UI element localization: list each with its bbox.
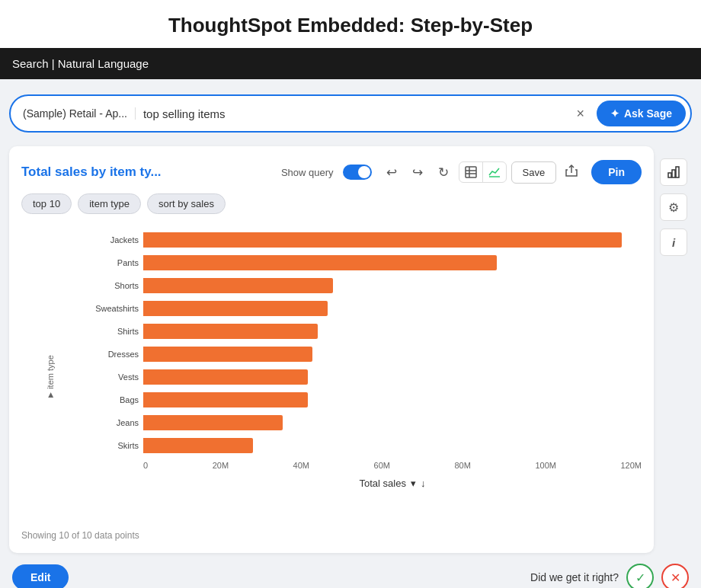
clear-button[interactable]: ×: [571, 107, 589, 120]
show-query-label: Show query: [281, 167, 334, 178]
svg-rect-8: [676, 167, 679, 177]
gear-icon: ⚙: [668, 200, 679, 215]
bottom-bar: Edit Did we get it right? ✓ ✕: [9, 564, 692, 588]
page-title: ThoughtSpot Embedded: Step-by-Step: [0, 0, 701, 48]
list-item: [143, 369, 308, 385]
pin-button[interactable]: Pin: [591, 160, 642, 184]
feedback-yes-button[interactable]: ✓: [626, 564, 654, 588]
search-bar-container: (Sample) Retail - Ap... × ✦ Ask Sage: [9, 94, 692, 133]
analytics-button[interactable]: [660, 158, 687, 186]
bar-wrapper: [143, 324, 642, 339]
ask-sage-label: Ask Sage: [624, 107, 672, 120]
list-item: [143, 347, 312, 362]
feedback-label: Did we get it right?: [530, 571, 619, 583]
svg-rect-0: [466, 167, 476, 177]
table-row: Vests: [143, 368, 642, 386]
bar-label: Jackets: [78, 235, 139, 244]
y-axis-label: ▶ item type: [46, 355, 55, 398]
x-tick: 0: [143, 461, 148, 470]
chip-sort[interactable]: sort by sales: [147, 193, 226, 214]
settings-button[interactable]: ⚙: [660, 193, 687, 221]
bar-label: Skirts: [78, 441, 139, 450]
bar-label: Shirts: [78, 327, 139, 336]
x-tick: 20M: [213, 461, 229, 470]
list-item: [143, 438, 253, 453]
table-row: Pants: [143, 254, 642, 272]
check-icon: ✓: [635, 570, 645, 585]
nav-bar: Search | Natural Language: [0, 48, 701, 79]
bar-wrapper: [143, 232, 642, 248]
nav-label: Search | Natural Language: [12, 57, 149, 70]
chart-view-button[interactable]: [483, 162, 506, 182]
x-axis: 020M40M60M80M100M120M: [143, 461, 642, 470]
bar-wrapper: [143, 369, 642, 385]
list-item: [143, 232, 622, 248]
bar-wrapper: [143, 415, 642, 430]
info-icon: i: [672, 236, 675, 249]
bar-wrapper: [143, 255, 642, 270]
list-item: [143, 392, 308, 407]
feedback-no-button[interactable]: ✕: [661, 564, 689, 588]
chart-panel: Total sales by item ty... Show query ↩ ↪…: [9, 146, 654, 553]
reset-button[interactable]: ↻: [433, 161, 454, 184]
list-item: [143, 301, 328, 316]
svg-rect-6: [668, 173, 671, 177]
edit-button[interactable]: Edit: [12, 564, 69, 588]
feedback-area: Did we get it right? ✓ ✕: [530, 564, 689, 588]
table-row: Skirts: [143, 436, 642, 455]
ask-sage-button[interactable]: ✦ Ask Sage: [597, 101, 686, 126]
chip-item-type[interactable]: item type: [78, 193, 141, 214]
view-toggle-group: [459, 161, 507, 183]
chip-top10[interactable]: top 10: [21, 193, 72, 214]
query-chips: top 10 item type sort by sales: [21, 193, 642, 214]
bar-label: Pants: [78, 258, 139, 267]
table-row: Shorts: [143, 276, 642, 295]
chart-title: Total sales by item ty...: [21, 165, 272, 180]
bar-wrapper: [143, 278, 642, 293]
datasource-label[interactable]: (Sample) Retail - Ap...: [23, 107, 136, 120]
x-tick: 60M: [374, 461, 390, 470]
table-row: Jackets: [143, 231, 642, 249]
bar-wrapper: [143, 438, 642, 453]
search-input[interactable]: [143, 107, 565, 120]
cross-icon: ✕: [671, 570, 680, 585]
bar-wrapper: [143, 392, 642, 407]
list-item: [143, 415, 283, 430]
x-tick: 80M: [454, 461, 470, 470]
list-item: [143, 324, 318, 339]
bar-label: Bags: [78, 395, 139, 404]
save-button[interactable]: Save: [511, 161, 557, 184]
toolbar-actions: ↩ ↪ ↻: [381, 160, 583, 184]
info-button[interactable]: i: [660, 228, 687, 256]
sort-icon[interactable]: ↓: [421, 478, 426, 489]
chart-header: Total sales by item ty... Show query ↩ ↪…: [21, 160, 642, 184]
x-axis-label: Total sales ▾ ↓: [143, 478, 642, 489]
chevron-right-icon: ▶: [46, 391, 54, 397]
bars-container: JacketsPantsShortsSweatshirtsShirtsDress…: [143, 231, 642, 456]
table-row: Dresses: [143, 345, 642, 363]
chart-area: ▶ item type JacketsPantsShortsSweatshirt…: [21, 225, 642, 527]
x-tick: 100M: [535, 461, 556, 470]
bar-label: Dresses: [78, 350, 139, 359]
share-button[interactable]: [561, 160, 582, 184]
right-sidebar: ⚙ i: [660, 158, 687, 256]
svg-rect-7: [672, 170, 675, 177]
data-points-text: Showing 10 of 10 data points: [21, 530, 642, 541]
bar-label: Shorts: [78, 281, 139, 290]
table-row: Bags: [143, 391, 642, 409]
table-row: Jeans: [143, 414, 642, 432]
redo-button[interactable]: ↪: [407, 161, 428, 184]
bar-wrapper: [143, 301, 642, 316]
list-item: [143, 255, 497, 270]
bar-wrapper: [143, 347, 642, 362]
table-view-button[interactable]: [459, 162, 483, 182]
list-item: [143, 278, 333, 293]
dropdown-icon[interactable]: ▾: [411, 478, 416, 489]
bar-label: Vests: [78, 372, 139, 382]
x-tick: 40M: [293, 461, 309, 470]
show-query-toggle[interactable]: [343, 165, 372, 180]
undo-button[interactable]: ↩: [381, 161, 402, 184]
bar-label: Sweatshirts: [78, 304, 139, 313]
sage-icon: ✦: [610, 107, 619, 120]
table-row: Shirts: [143, 322, 642, 340]
